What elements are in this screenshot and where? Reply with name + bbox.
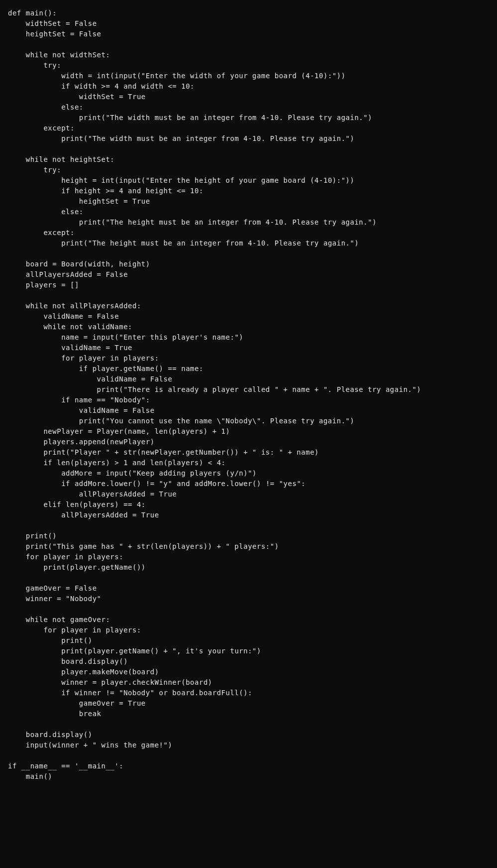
- code-block: def main(): widthSet = False heightSet =…: [8, 8, 489, 782]
